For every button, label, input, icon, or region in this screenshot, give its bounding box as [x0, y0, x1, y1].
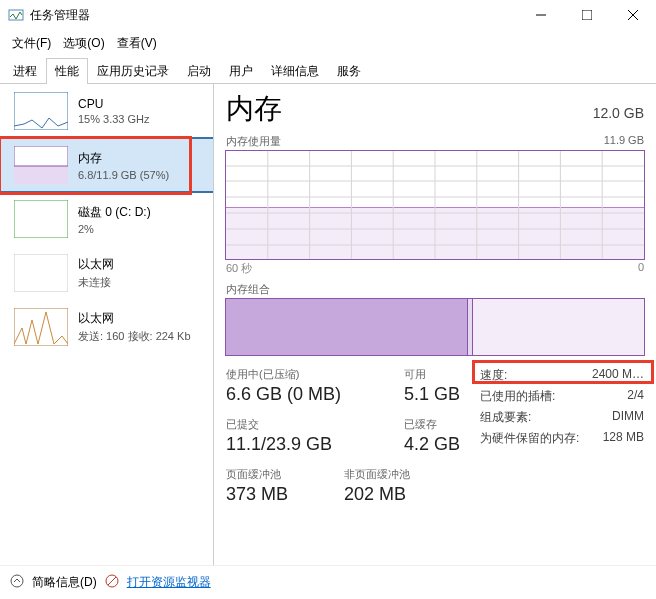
stat-label: 已缓存: [404, 417, 460, 432]
performance-sidebar: CPU15% 3.33 GHz 内存6.8/11.9 GB (57%) 磁盘 0…: [0, 84, 214, 565]
sidebar-item-sub: 2%: [78, 223, 151, 235]
svg-line-29: [108, 577, 116, 585]
detail-key: 为硬件保留的内存:: [480, 430, 579, 447]
stat-value: 11.1/23.9 GB: [226, 434, 386, 455]
menu-bar: 文件(F) 选项(O) 查看(V): [0, 30, 656, 57]
sidebar-item-sub: 6.8/11.9 GB (57%): [78, 169, 169, 181]
sidebar-item-label: 磁盘 0 (C: D:): [78, 204, 151, 221]
tab-details[interactable]: 详细信息: [262, 58, 328, 84]
timeline-left: 60 秒: [226, 261, 252, 276]
detail-key: 组成要素:: [480, 409, 531, 426]
menu-view[interactable]: 查看(V): [111, 32, 163, 55]
stat-value: 5.1 GB: [404, 384, 460, 405]
stat-label: 页面缓冲池: [226, 467, 326, 482]
close-button[interactable]: [610, 0, 656, 30]
sidebar-item-cpu[interactable]: CPU15% 3.33 GHz: [0, 84, 213, 138]
window-controls: [518, 0, 656, 30]
task-manager-icon: [8, 7, 24, 23]
sidebar-item-disk[interactable]: 磁盘 0 (C: D:)2%: [0, 192, 213, 246]
stat-value: 6.6 GB (0 MB): [226, 384, 386, 405]
sidebar-item-sub: 15% 3.33 GHz: [78, 113, 150, 125]
stat-label: 已提交: [226, 417, 386, 432]
svg-rect-2: [582, 10, 592, 20]
tab-processes[interactable]: 进程: [4, 58, 46, 84]
tab-services[interactable]: 服务: [328, 58, 370, 84]
memory-details: 速度:2400 M… 已使用的插槽:2/4 组成要素:DIMM 为硬件保留的内存…: [480, 367, 644, 505]
title-bar: 任务管理器: [0, 0, 656, 30]
usage-chart-max: 11.9 GB: [604, 134, 644, 149]
tab-app-history[interactable]: 应用历史记录: [88, 58, 178, 84]
stat-value: 373 MB: [226, 484, 326, 505]
maximize-button[interactable]: [564, 0, 610, 30]
detail-val: 2400 M…: [592, 367, 644, 384]
menu-file[interactable]: 文件(F): [6, 32, 57, 55]
detail-key: 速度:: [480, 367, 507, 384]
tab-performance[interactable]: 性能: [46, 58, 88, 84]
memory-panel: 内存 12.0 GB 内存使用量 11.9 GB 60 秒 0: [214, 84, 656, 565]
menu-options[interactable]: 选项(O): [57, 32, 110, 55]
detail-val: DIMM: [612, 409, 644, 426]
sidebar-item-ethernet-1[interactable]: 以太网未连接: [0, 246, 213, 300]
disk-thumbnail: [14, 200, 68, 238]
sidebar-item-sub: 未连接: [78, 275, 114, 290]
usage-chart-label: 内存使用量: [226, 134, 281, 149]
tab-bar: 进程 性能 应用历史记录 启动 用户 详细信息 服务: [0, 57, 656, 84]
minimize-button[interactable]: [518, 0, 564, 30]
total-memory: 12.0 GB: [593, 105, 644, 121]
memory-composition-chart[interactable]: [226, 299, 644, 355]
tab-startup[interactable]: 启动: [178, 58, 220, 84]
memory-thumbnail: [14, 146, 68, 184]
svg-rect-9: [14, 200, 68, 238]
ethernet-thumbnail: [14, 308, 68, 346]
timeline-right: 0: [638, 261, 644, 276]
svg-rect-7: [14, 166, 68, 184]
sidebar-item-label: CPU: [78, 97, 150, 111]
svg-rect-10: [14, 254, 68, 292]
sidebar-item-sub: 发送: 160 接收: 224 Kb: [78, 329, 191, 344]
stat-value: 202 MB: [344, 484, 410, 505]
window-title: 任务管理器: [30, 7, 518, 24]
resource-monitor-icon: [105, 574, 119, 591]
memory-usage-chart[interactable]: [226, 151, 644, 259]
sidebar-item-label: 内存: [78, 150, 169, 167]
stat-value: 4.2 GB: [404, 434, 460, 455]
status-bar: 简略信息(D) 打开资源监视器: [0, 565, 656, 599]
cpu-thumbnail: [14, 92, 68, 130]
composition-label: 内存组合: [226, 282, 270, 297]
panel-heading: 内存: [226, 90, 282, 128]
stat-label: 可用: [404, 367, 460, 382]
chevron-up-icon: [10, 574, 24, 591]
sidebar-item-memory[interactable]: 内存6.8/11.9 GB (57%): [0, 138, 213, 192]
detail-key: 已使用的插槽:: [480, 388, 555, 405]
open-resource-monitor-link[interactable]: 打开资源监视器: [127, 574, 211, 591]
tab-users[interactable]: 用户: [220, 58, 262, 84]
svg-point-27: [11, 575, 23, 587]
stat-label: 使用中(已压缩): [226, 367, 386, 382]
ethernet-thumbnail: [14, 254, 68, 292]
stat-label: 非页面缓冲池: [344, 467, 410, 482]
detail-val: 2/4: [627, 388, 644, 405]
sidebar-item-label: 以太网: [78, 310, 191, 327]
sidebar-item-ethernet-2[interactable]: 以太网发送: 160 接收: 224 Kb: [0, 300, 213, 354]
detail-val: 128 MB: [603, 430, 644, 447]
fewer-details-link[interactable]: 简略信息(D): [32, 574, 97, 591]
svg-rect-6: [14, 146, 68, 184]
sidebar-item-label: 以太网: [78, 256, 114, 273]
